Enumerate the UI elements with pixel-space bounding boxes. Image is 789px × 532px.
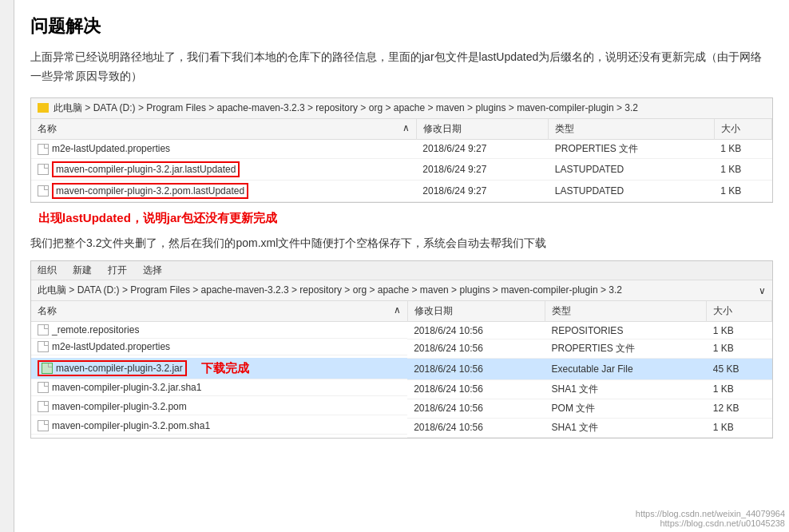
- file-date: 2018/6/24 9:27: [416, 139, 548, 158]
- table-row[interactable]: maven-compiler-plugin-3.2.jar.lastUpdate…: [31, 158, 772, 180]
- file-name-cell: maven-compiler-plugin-3.2.jar下载完成: [31, 358, 407, 379]
- page-container: 问题解决 上面异常已经说明路径地址了，我们看下我们本地的仓库下的路径信息，里面的…: [0, 0, 789, 532]
- file-icon: [38, 382, 49, 393]
- table-body-2: _remote.repositories2018/6/24 10:56REPOS…: [31, 322, 772, 438]
- table-row[interactable]: maven-compiler-plugin-3.2.pom.lastUpdate…: [31, 180, 772, 201]
- file-size: 1 KB: [714, 158, 771, 180]
- col-type-2: 类型: [545, 301, 707, 322]
- file-name-cell: _remote.repositories: [31, 322, 407, 339]
- file-icon: [38, 144, 49, 155]
- col-type-1: 类型: [549, 119, 714, 140]
- file-date: 2018/6/24 9:27: [416, 158, 548, 180]
- table-row[interactable]: maven-compiler-plugin-3.2.pom2018/6/24 1…: [31, 399, 772, 418]
- table-header-2: 名称 ∧ 修改日期 类型 大小: [31, 301, 772, 322]
- file-name-cell: m2e-lastUpdated.properties: [31, 139, 416, 158]
- toolbar-btn-xinjian[interactable]: 新建: [73, 264, 92, 277]
- toolbar-btn-zuzhi[interactable]: 组织: [38, 264, 57, 277]
- table-body-1: m2e-lastUpdated.properties2018/6/24 9:27…: [31, 139, 772, 201]
- file-name-cell: m2e-lastUpdated.properties: [31, 339, 407, 355]
- highlighted-filename: maven-compiler-plugin-3.2.jar.lastUpdate…: [52, 161, 240, 177]
- file-icon: [38, 401, 49, 412]
- table-row[interactable]: _remote.repositories2018/6/24 10:56REPOS…: [31, 322, 772, 339]
- file-icon: [38, 185, 49, 197]
- breadcrumb-text-2: 此电脑 > DATA (D:) > Program Files > apache…: [38, 284, 622, 297]
- file-name-cell: maven-compiler-plugin-3.2.pom.sha1: [31, 418, 407, 435]
- file-type: PROPERTIES 文件: [545, 339, 707, 358]
- file-icon: [38, 324, 49, 335]
- file-size: 12 KB: [707, 399, 772, 418]
- file-icon: [42, 363, 53, 374]
- file-size: 1 KB: [707, 339, 772, 358]
- toolbar-btn-dakai[interactable]: 打开: [108, 264, 127, 277]
- toolbar-2: 组织 新建 打开 选择: [31, 261, 772, 280]
- file-type: POM 文件: [545, 399, 707, 418]
- folder-icon-1: [38, 103, 49, 113]
- file-size: 1 KB: [707, 418, 772, 437]
- explorer-2: 组织 新建 打开 选择 此电脑 > DATA (D:) > Program Fi…: [30, 260, 773, 439]
- table-row[interactable]: m2e-lastUpdated.properties2018/6/24 9:27…: [31, 139, 772, 158]
- file-date: 2018/6/24 10:56: [407, 322, 545, 339]
- table-header-1: 名称 ∧ 修改日期 类型 大小: [31, 119, 772, 140]
- file-size: 1 KB: [714, 139, 771, 158]
- file-type: LASTUPDATED: [549, 180, 714, 201]
- col-size-2: 大小: [707, 301, 772, 322]
- file-table-1: 名称 ∧ 修改日期 类型 大小 m2e-lastUpdated.properti…: [31, 119, 772, 202]
- table-row[interactable]: m2e-lastUpdated.properties2018/6/24 10:5…: [31, 339, 772, 358]
- file-type: REPOSITORIES: [545, 322, 707, 339]
- left-bar: [0, 0, 14, 532]
- file-name-cell: maven-compiler-plugin-3.2.pom.lastUpdate…: [31, 180, 416, 201]
- file-name-cell: maven-compiler-plugin-3.2.pom: [31, 399, 407, 415]
- breadcrumb-1: 此电脑 > DATA (D:) > Program Files > apache…: [31, 98, 772, 119]
- file-date: 2018/6/24 10:56: [407, 379, 545, 399]
- file-date: 2018/6/24 10:56: [407, 418, 545, 437]
- table-row[interactable]: maven-compiler-plugin-3.2.jar.sha12018/6…: [31, 379, 772, 399]
- file-icon: [38, 341, 49, 352]
- file-size: 1 KB: [707, 322, 772, 339]
- file-date: 2018/6/24 10:56: [407, 339, 545, 358]
- col-size-1: 大小: [714, 119, 771, 140]
- file-type: SHA1 文件: [545, 418, 707, 437]
- annotation-text-1: 出现lastUpdated，说明jar包还没有更新完成: [38, 211, 277, 226]
- col-date-2: 修改日期: [407, 301, 545, 322]
- intro-text: 上面异常已经说明路径地址了，我们看下我们本地的仓库下的路径信息，里面的jar包文…: [30, 48, 773, 86]
- watermark-area: https://blog.csdn.net/weixin_44079964 ht…: [636, 509, 785, 528]
- table-row[interactable]: maven-compiler-plugin-3.2.jar下载完成2018/6/…: [31, 358, 772, 379]
- highlighted-filename-2: maven-compiler-plugin-3.2.jar: [38, 360, 187, 376]
- toolbar-btn-xuanze[interactable]: 选择: [143, 264, 162, 277]
- file-icon: [38, 164, 49, 175]
- file-type: PROPERTIES 文件: [549, 139, 714, 158]
- file-date: 2018/6/24 10:56: [407, 399, 545, 418]
- watermark-1: https://blog.csdn.net/weixin_44079964: [636, 509, 785, 518]
- mid-text: 我们把整个3.2文件夹删了，然后在我们的pom.xml文件中随便打个空格保存下，…: [30, 234, 773, 253]
- watermark-2: https://blog.csdn.net/u01045238: [636, 518, 785, 528]
- file-date: 2018/6/24 9:27: [416, 180, 548, 201]
- col-name-1: 名称 ∧: [31, 119, 416, 140]
- table-row[interactable]: maven-compiler-plugin-3.2.pom.sha12018/6…: [31, 418, 772, 437]
- annotation-row-1: 出现lastUpdated，说明jar包还没有更新完成: [30, 211, 773, 226]
- col-date-1: 修改日期: [416, 119, 548, 140]
- file-icon: [38, 420, 49, 431]
- file-type: SHA1 文件: [545, 379, 707, 399]
- download-label: 下载完成: [201, 361, 249, 376]
- file-size: 45 KB: [707, 358, 772, 379]
- breadcrumb-2: 此电脑 > DATA (D:) > Program Files > apache…: [31, 280, 772, 301]
- explorer-1: 此电脑 > DATA (D:) > Program Files > apache…: [30, 97, 773, 203]
- file-size: 1 KB: [714, 180, 771, 201]
- breadcrumb-caret-2: ∨: [759, 285, 766, 296]
- file-name-cell: maven-compiler-plugin-3.2.jar.lastUpdate…: [31, 158, 416, 180]
- file-table-2: 名称 ∧ 修改日期 类型 大小 _remote.repositories2018…: [31, 301, 772, 438]
- file-size: 1 KB: [707, 379, 772, 399]
- breadcrumb-text-1: 此电脑 > DATA (D:) > Program Files > apache…: [54, 101, 638, 115]
- file-type: LASTUPDATED: [549, 158, 714, 180]
- file-name-cell: maven-compiler-plugin-3.2.jar.sha1: [31, 379, 407, 396]
- col-name-2: 名称 ∧: [31, 301, 407, 322]
- page-title: 问题解决: [30, 14, 773, 38]
- highlighted-filename: maven-compiler-plugin-3.2.pom.lastUpdate…: [52, 183, 248, 199]
- file-type: Executable Jar File: [545, 358, 707, 379]
- file-date: 2018/6/24 10:56: [407, 358, 545, 379]
- main-content: 问题解决 上面异常已经说明路径地址了，我们看下我们本地的仓库下的路径信息，里面的…: [14, 0, 789, 532]
